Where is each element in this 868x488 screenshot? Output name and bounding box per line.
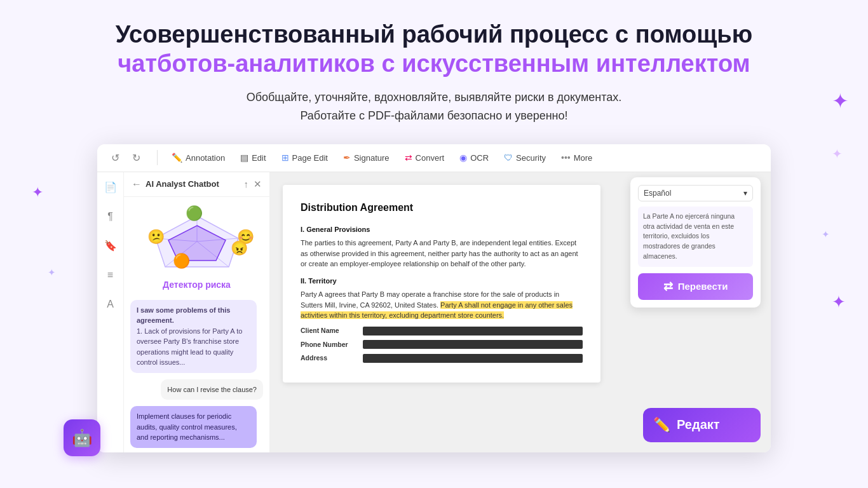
edit-icon: ▤ [240,152,248,163]
chat-visualization: 🟢 😊 😠 😕 🟠 [124,197,269,280]
toolbar-nav: ↺ ↻ [107,149,144,166]
chat-close-icon[interactable]: ✕ [254,179,262,190]
edit-panel-icon: ✏️ [653,417,670,433]
main-content: ↺ ↻ ✏️ Annotation ▤ Edit ⊞ Page Edit ✒ S… [0,138,868,452]
pdf-form-address-field[interactable] [363,354,583,363]
edit-panel[interactable]: ✏️ Редакт [643,408,761,442]
pdf-title: Distribution Agreement [301,200,583,215]
sidebar-list-icon[interactable]: ≡ [102,266,119,284]
user-message-1: How can I revise the clause? [161,379,263,400]
sidebar-translate-icon[interactable]: A [102,295,119,313]
page-edit-tool[interactable]: ⊞ Page Edit [275,150,334,165]
sidebar-bookmark-icon[interactable]: 🔖 [102,237,119,255]
translate-button[interactable]: ⇄ Перевести [638,273,753,300]
app-window: ↺ ↻ ✏️ Annotation ▤ Edit ⊞ Page Edit ✒ S… [97,144,771,452]
page-edit-icon: ⊞ [281,152,289,163]
chat-panel: ← AI Analyst Chatbot ↑ ✕ [124,172,270,452]
chat-header: ← AI Analyst Chatbot ↑ ✕ [124,172,269,197]
emoji-node-1: 🟢 [186,205,203,222]
redo-button[interactable]: ↻ [128,149,144,166]
more-tool[interactable]: ••• More [555,150,599,165]
pdf-form-row-phone: Phone Number [301,340,583,350]
hero-section: Усовершенствованный рабочий процесс с по… [0,0,868,138]
pdf-page: Distribution Agreement I. General Provis… [283,185,600,383]
sidebar-text-icon[interactable]: ¶ [102,208,119,226]
chat-back-button[interactable]: ← [132,179,142,190]
translate-icon: ⇄ [663,280,673,294]
signature-icon: ✒ [343,152,351,163]
ai-message-1: I saw some problems of this agreement. 1… [130,300,257,373]
risk-label: Детектор риска [124,280,269,295]
pdf-text-1: The parties to this agreement, Party A a… [301,238,583,269]
language-label: Español [644,189,671,198]
hero-title-purple: чатботов-аналитиков с искусственным инте… [51,50,817,79]
chat-header-right: ↑ ✕ [244,179,262,190]
convert-tool[interactable]: ⇄ Convert [398,150,451,165]
more-icon: ••• [561,152,571,163]
pdf-form-row-address: Address [301,353,583,363]
toolbar-divider [157,150,158,165]
chatbot-fab[interactable]: 🤖 [64,419,100,456]
pdf-section-2: II. Territory [301,276,583,287]
convert-icon: ⇄ [405,152,412,163]
signature-tool[interactable]: ✒ Signature [337,150,396,165]
hero-title-black: Усовершенствованный рабочий процесс с по… [51,20,817,50]
security-tool[interactable]: 🛡 Security [498,150,552,165]
emoji-node-4: 😕 [147,229,165,245]
edit-tool[interactable]: ▤ Edit [234,150,272,165]
edit-panel-label: Редакт [677,417,720,432]
pdf-form-phone-label: Phone Number [301,340,358,350]
annotation-tool[interactable]: ✏️ Annotation [165,150,231,165]
ocr-icon: ◉ [459,152,467,163]
language-select[interactable]: Español ▾ [638,185,753,201]
chat-messages: I saw some problems of this agreement. 1… [124,295,269,452]
chat-share-icon[interactable]: ↑ [244,179,249,190]
undo-button[interactable]: ↺ [107,149,123,166]
language-dropdown-icon: ▾ [743,189,747,198]
pdf-highlighted-text: Party A shall not engage in any other sa… [301,301,573,320]
pdf-text-2: Party A agrees that Party B may operate … [301,289,583,321]
app-body: 📄 ¶ 🔖 ≡ A ← AI Analyst Chatbot ↑ ✕ [97,172,771,452]
pdf-form-phone-field[interactable] [363,340,583,349]
chatbot-icon: 🤖 [72,428,92,448]
sidebar-page-icon[interactable]: 📄 [102,179,119,196]
pdf-form-client-label: Client Name [301,326,358,336]
pdf-form-client-field[interactable] [363,327,583,336]
pdf-form-address-label: Address [301,353,358,363]
ocr-tool[interactable]: ◉ OCR [453,150,495,165]
translated-text: La Parte A no ejercerá ninguna otra acti… [638,207,753,267]
pdf-section-1: I. General Provisions [301,224,583,235]
translate-panel: Español ▾ La Parte A no ejercerá ninguna… [630,177,761,308]
annotation-icon: ✏️ [172,152,182,163]
pdf-form-row-client: Client Name [301,326,583,336]
security-icon: 🛡 [504,152,513,163]
hero-subtitle: Обобщайте, уточняйте, вдохновляйте, выяв… [51,88,817,125]
emoji-node-3: 😠 [231,240,248,257]
chat-viz-inner: 🟢 😊 😠 😕 🟠 [140,203,254,280]
emoji-node-5: 🟠 [173,253,190,269]
chat-header-left: ← AI Analyst Chatbot [132,179,219,190]
left-sidebar: 📄 ¶ 🔖 ≡ A [97,172,124,452]
toolbar: ↺ ↻ ✏️ Annotation ▤ Edit ⊞ Page Edit ✒ S… [97,144,771,172]
chat-title: AI Analyst Chatbot [146,179,219,189]
pdf-view: Distribution Agreement I. General Provis… [270,172,771,452]
ai-message-2: Implement clauses for periodic audits, q… [130,406,257,448]
